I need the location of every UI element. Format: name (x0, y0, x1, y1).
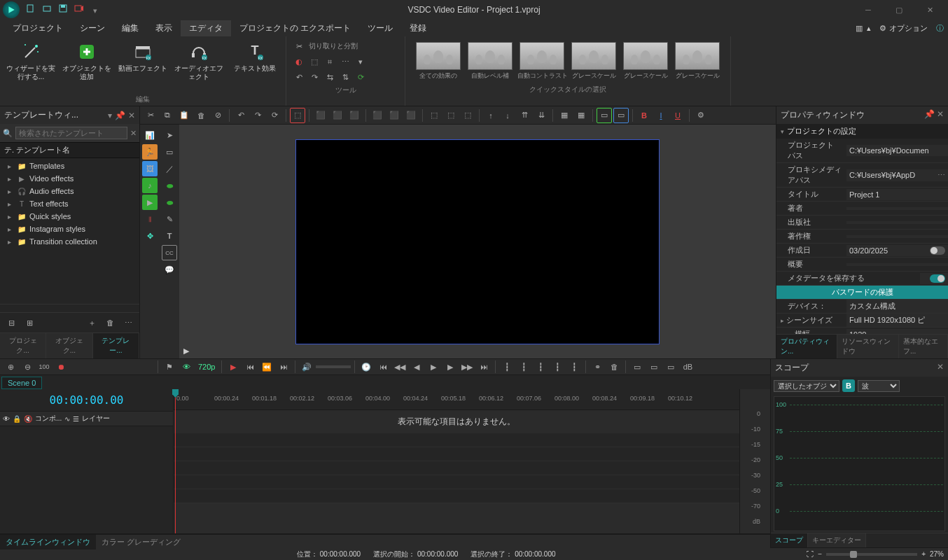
quick-style-thumb[interactable]: 全ての効果の (414, 42, 463, 80)
audio-fx-button[interactable]: FX オーディオエフェクト (174, 39, 224, 81)
link-icon[interactable]: ⚭ (590, 359, 605, 374)
left-tab-object[interactable]: オブジェク... (46, 333, 92, 358)
menu-edit[interactable]: 編集 (113, 20, 147, 36)
qat-new-icon[interactable] (25, 2, 37, 15)
prop-value[interactable] (846, 221, 948, 224)
arrow-up-icon[interactable]: ↑ (483, 108, 499, 123)
copy-icon[interactable]: ⧉ (160, 108, 175, 123)
prop-value[interactable]: カスタム構成 (849, 301, 895, 312)
rect-icon[interactable]: ▭ (162, 144, 177, 160)
menu-editor[interactable]: エディタ (181, 20, 231, 36)
arrow-down-icon[interactable]: ↓ (500, 108, 515, 123)
options-button[interactable]: ⚙ オプション (875, 22, 932, 35)
play-icon[interactable]: ▶ (142, 195, 158, 210)
qat-open-icon[interactable] (41, 2, 53, 15)
align-bot-icon[interactable]: ⬛ (403, 108, 419, 123)
trash-icon[interactable]: 🗑 (103, 316, 117, 330)
prop-value[interactable]: Project 1 (849, 190, 879, 199)
close-pane-icon[interactable]: ✕ (128, 111, 135, 120)
first-icon[interactable]: ⏮ (375, 359, 391, 374)
gear-icon[interactable]: ⚙ (693, 108, 709, 123)
close-button[interactable]: ✕ (914, 0, 945, 20)
bold-icon[interactable]: B (636, 108, 652, 123)
cc-icon[interactable]: CC (162, 245, 177, 260)
text-fx-button[interactable]: TFX テキスト効果 (230, 39, 280, 73)
created-toggle[interactable] (930, 246, 945, 255)
rewind-icon[interactable]: ◀◀ (392, 359, 407, 374)
wizard-button[interactable]: ウィザードを実行する... (6, 39, 56, 81)
person-icon[interactable]: 🏃 (142, 144, 158, 160)
tree-item[interactable]: ▸▶Video effects (0, 172, 139, 185)
add-icon[interactable]: ＋ (85, 316, 99, 330)
pin-icon[interactable]: 📌 (924, 109, 935, 119)
playhead[interactable] (175, 389, 176, 533)
clear-search-icon[interactable]: ✕ (130, 129, 137, 138)
preview-quality[interactable]: 720p (195, 363, 218, 371)
add-object-button[interactable]: オブジェクトを追加 (62, 39, 112, 81)
zoom-out-icon[interactable]: − (818, 550, 822, 558)
track-row[interactable] (174, 447, 739, 461)
tree-item[interactable]: ▸📁Templates (0, 160, 139, 172)
chevron-down-icon[interactable]: ▾ (781, 128, 784, 135)
quick-style-thumb[interactable]: グレースケール (621, 42, 670, 80)
menu-export[interactable]: プロジェクトの エクスポート (231, 20, 359, 36)
rotate-left-icon[interactable]: ↶ (292, 70, 306, 84)
play-canvas-icon[interactable]: ▶ (183, 346, 189, 356)
dist-v-icon[interactable]: ⬚ (443, 108, 459, 123)
forward-icon[interactable]: ▶▶ (459, 359, 475, 374)
tree-item[interactable]: ▸TText effects (0, 197, 139, 210)
collapse-icon[interactable]: ⊟ (4, 316, 18, 330)
bars-icon[interactable]: ☰ (73, 415, 79, 423)
quick-style-thumb[interactable]: グレースケール (673, 42, 722, 80)
scope-mode-select[interactable]: 波 (858, 380, 900, 392)
tool-icon-2[interactable]: ⬚ (307, 55, 321, 69)
track-row[interactable] (174, 489, 739, 503)
flip-h-icon[interactable]: ⇆ (323, 70, 337, 84)
split4-icon[interactable]: ┇ (550, 359, 565, 374)
redo-icon[interactable]: ↷ (250, 108, 265, 123)
right-tab-resources[interactable]: リソースウィンドウ (837, 335, 899, 358)
paste-icon[interactable]: 📋 (176, 108, 192, 123)
dist-h-icon[interactable]: ⬚ (426, 108, 442, 123)
zoom-fit-icon[interactable]: 100 (36, 359, 52, 374)
prop-value[interactable] (846, 235, 948, 238)
pane-menu-icon[interactable]: ▾ (108, 111, 112, 120)
rotate-right-icon[interactable]: ↷ (307, 70, 321, 84)
next-frame-icon[interactable]: ▶ (442, 359, 458, 374)
lock-icon[interactable]: 🔒 (13, 415, 21, 423)
scope-b-button[interactable]: B (842, 379, 855, 392)
underline-icon[interactable]: U (670, 108, 685, 123)
mute-icon[interactable]: 🔇 (24, 415, 32, 423)
skip-end-icon[interactable]: ⏭ (276, 359, 291, 374)
track-combo[interactable]: コンポ... (35, 414, 62, 424)
cut-icon[interactable]: ✂ (143, 108, 158, 123)
prop-value[interactable]: Full HD 1920x1080 ピ (849, 315, 925, 326)
align-right-icon[interactable]: ⬛ (347, 108, 362, 123)
zoom-slider[interactable] (826, 553, 917, 556)
misc3-icon[interactable]: ▭ (663, 359, 678, 374)
layer1-icon[interactable]: ▭ (597, 108, 612, 123)
skip-back-icon[interactable]: ⏪ (259, 359, 274, 374)
text-tool-icon[interactable]: T (162, 228, 177, 244)
flip-v-icon[interactable]: ⇅ (338, 70, 352, 84)
eye-icon[interactable]: 👁 (179, 359, 194, 374)
menu-project[interactable]: プロジェクト (4, 20, 71, 36)
move-icon[interactable]: ✥ (142, 228, 158, 244)
tree-item[interactable]: ▸📁Transition collection (0, 235, 139, 248)
play2-icon[interactable]: ▶ (426, 359, 441, 374)
split2-icon[interactable]: ┇ (516, 359, 531, 374)
grid2-icon[interactable]: ▦ (573, 108, 589, 123)
menu-view[interactable]: 表示 (147, 20, 181, 36)
tool-icon-4[interactable]: ▾ (354, 55, 368, 69)
undo-icon[interactable]: ↶ (233, 108, 249, 123)
align-mid-icon[interactable]: ⬛ (386, 108, 402, 123)
minimize-button[interactable]: ─ (853, 0, 884, 20)
menu-tool[interactable]: ツール (359, 20, 401, 36)
scene-tab[interactable]: Scene 0 (1, 377, 42, 389)
zoom-out-icon[interactable]: ⊖ (20, 359, 35, 374)
split5-icon[interactable]: ┇ (566, 359, 582, 374)
close-pane-icon[interactable]: ✕ (937, 109, 944, 119)
scope-tab-scope[interactable]: スコープ (771, 533, 808, 547)
left-tab-template[interactable]: テンプレー... (93, 333, 139, 358)
more-icon[interactable]: ⋯ (121, 316, 135, 330)
